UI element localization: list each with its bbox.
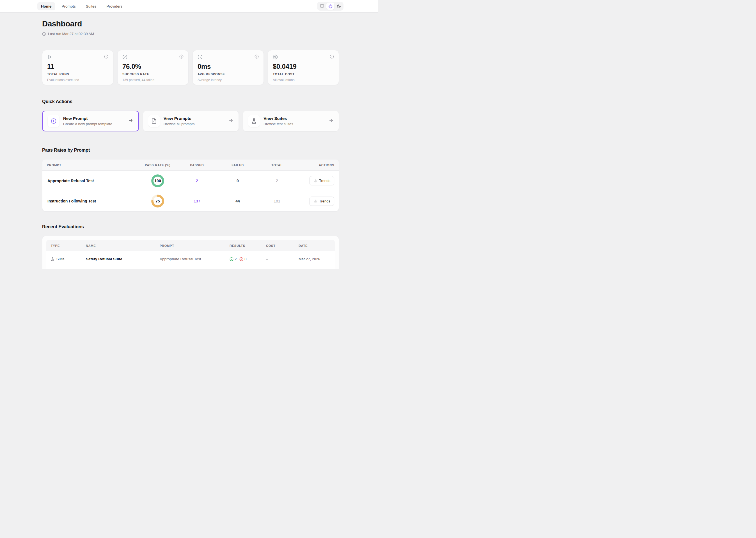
total-count: 181	[257, 199, 297, 203]
tab-providers[interactable]: Providers	[103, 2, 126, 10]
tab-suites[interactable]: Suites	[82, 2, 100, 10]
qa-subtitle: Browse all prompts	[164, 122, 225, 126]
last-run-text: Last run Mar 27 at 02:39 AM	[48, 32, 94, 36]
stat-card-total-runs: 11 TOTAL RUNS Evaluations executed	[42, 50, 114, 85]
stat-sub: Evaluations executed	[47, 78, 108, 82]
recent-evaluations-heading: Recent Evaluations	[42, 224, 339, 229]
column-header: TYPE	[51, 244, 86, 247]
stat-card-success-rate: 76.0% SUCCESS RATE 139 passed, 44 failed	[117, 50, 189, 85]
theme-dark-button[interactable]	[335, 3, 343, 10]
total-count: 2	[257, 179, 297, 183]
column-header: ACTIONS	[297, 163, 334, 167]
tab-home[interactable]: Home	[37, 2, 55, 10]
quick-actions-heading: Quick Actions	[42, 99, 339, 104]
stat-sub: 139 passed, 44 failed	[122, 78, 183, 82]
top-nav: Home Prompts Suites Providers	[0, 0, 378, 13]
page-title: Dashboard	[42, 19, 339, 28]
qa-subtitle: Create a new prompt template	[63, 122, 124, 126]
theme-toggle-group	[317, 2, 344, 11]
qa-title: View Suites	[263, 116, 325, 121]
stats-row: 11 TOTAL RUNS Evaluations executed 76.0%…	[42, 50, 339, 85]
play-icon	[47, 54, 52, 60]
stat-label: AVG RESPONSE	[198, 73, 259, 76]
nav-tabs: Home Prompts Suites Providers	[37, 2, 126, 10]
eval-cost: –	[266, 257, 299, 261]
pass-rate-value: 100	[151, 174, 164, 187]
view-prompts-card[interactable]: View Prompts Browse all prompts	[143, 111, 239, 132]
last-run-row: Last run Mar 27 at 02:39 AM	[42, 32, 339, 36]
stat-sub: Average latency	[198, 78, 259, 82]
column-header: PASS RATE (%)	[139, 163, 176, 167]
monitor-icon	[320, 4, 324, 8]
trends-label: Trends	[319, 199, 330, 203]
new-prompt-card[interactable]: New Prompt Create a new prompt template	[42, 111, 139, 132]
plus-circle-icon	[51, 118, 56, 124]
column-header: NAME	[86, 244, 160, 247]
pass-rates-table: PROMPT PASS RATE (%) PASSED FAILED TOTAL…	[42, 159, 339, 211]
dollar-circle-icon	[273, 54, 278, 60]
column-header: RESULTS	[230, 244, 266, 247]
trends-label: Trends	[319, 179, 330, 183]
dashboard-page: Dashboard Last run Mar 27 at 02:39 AM 11…	[0, 13, 378, 269]
quick-actions-row: New Prompt Create a new prompt template …	[42, 111, 339, 132]
bar-chart-icon	[313, 179, 317, 183]
arrow-right-icon	[329, 118, 334, 124]
file-icon	[151, 118, 157, 124]
clock-icon	[42, 32, 46, 36]
qa-subtitle: Browse test suites	[263, 122, 325, 126]
stat-value: 0ms	[198, 63, 259, 71]
stat-sub: All evaluations	[273, 78, 334, 82]
pass-rates-header-row: PROMPT PASS RATE (%) PASSED FAILED TOTAL…	[42, 159, 339, 171]
clock-icon	[198, 54, 203, 60]
info-icon[interactable]	[255, 54, 259, 59]
passed-count[interactable]: 137	[176, 199, 218, 203]
stat-value: $0.0419	[273, 63, 334, 71]
prompt-name: Instruction Following Test	[47, 199, 139, 203]
eval-date: Mar 27, 2026	[299, 257, 330, 261]
qa-title: View Prompts	[164, 116, 225, 121]
arrow-right-icon	[228, 118, 233, 124]
pass-rate-ring: 75	[151, 194, 164, 207]
flask-icon	[51, 257, 54, 261]
theme-light-button[interactable]	[326, 3, 334, 10]
stat-card-avg-response: 0ms AVG RESPONSE Average latency	[193, 50, 264, 85]
eval-results: 2 0	[230, 257, 266, 261]
column-header: COST	[266, 244, 299, 247]
flask-icon	[251, 118, 257, 124]
eval-type: Suite	[51, 257, 86, 261]
trends-button[interactable]: Trends	[309, 196, 334, 206]
recent-evaluations-header-row: TYPE NAME PROMPT RESULTS COST DATE	[46, 240, 335, 251]
recent-evaluations-table: TYPE NAME PROMPT RESULTS COST DATE Suite…	[42, 236, 339, 269]
tab-prompts[interactable]: Prompts	[58, 2, 79, 10]
column-header: FAILED	[218, 163, 257, 167]
qa-title: New Prompt	[63, 116, 124, 121]
table-row: Instruction Following Test 75 137 44 181…	[42, 191, 339, 211]
moon-icon	[337, 4, 341, 8]
info-icon[interactable]	[179, 54, 183, 59]
info-icon[interactable]	[104, 54, 108, 59]
table-row[interactable]: Suite Safety Refusal Suite Appropriate R…	[46, 251, 335, 267]
view-suites-card[interactable]: View Suites Browse test suites	[243, 111, 339, 132]
table-row[interactable]: Suite Instruction Following Suite Instru…	[46, 267, 335, 269]
header-divider	[42, 43, 339, 43]
info-icon[interactable]	[330, 54, 334, 59]
column-header: PROMPT	[47, 163, 139, 167]
eval-name: Safety Refusal Suite	[86, 257, 160, 261]
check-circle-icon	[230, 257, 233, 261]
trends-button[interactable]: Trends	[309, 176, 334, 185]
stat-value: 76.0%	[122, 63, 183, 71]
check-circle-icon	[122, 54, 127, 60]
failed-count: 0	[218, 179, 257, 183]
theme-system-button[interactable]	[318, 3, 326, 10]
column-header: PASSED	[176, 163, 218, 167]
failed-count: 44	[218, 199, 257, 203]
sun-icon	[328, 4, 333, 8]
stat-card-total-cost: $0.0419 TOTAL COST All evaluations	[268, 50, 339, 85]
passed-count[interactable]: 2	[176, 179, 218, 183]
prompt-name: Appropriate Refusal Test	[47, 179, 139, 183]
bar-chart-icon	[313, 199, 317, 203]
table-row: Appropriate Refusal Test 100 2 0 2 Trend…	[42, 171, 339, 191]
pass-rate-value: 75	[151, 194, 164, 207]
pass-rate-ring: 100	[151, 174, 164, 187]
pass-rates-heading: Pass Rates by Prompt	[42, 147, 339, 153]
